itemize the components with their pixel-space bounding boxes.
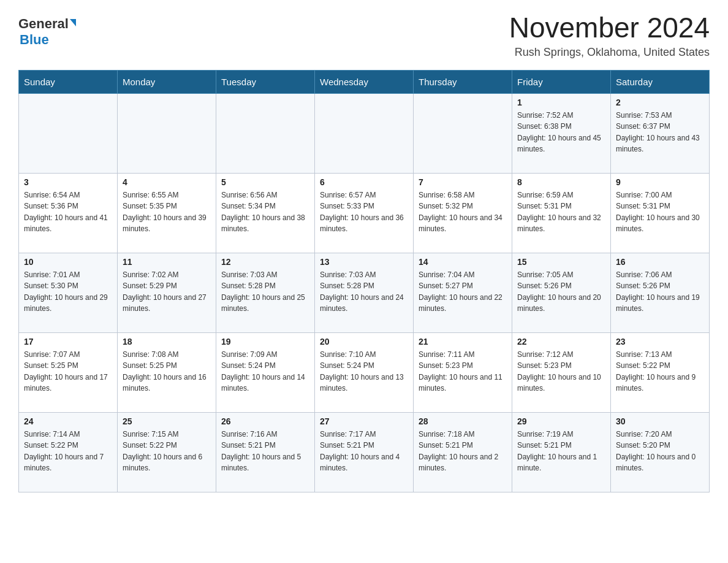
calendar-cell: 12Sunrise: 7:03 AMSunset: 5:28 PMDayligh… <box>216 253 315 332</box>
calendar-cell <box>414 93 512 173</box>
header-day-friday: Friday <box>512 70 611 93</box>
calendar-header-row: SundayMondayTuesdayWednesdayThursdayFrid… <box>19 70 710 93</box>
day-info: Sunrise: 7:14 AMSunset: 5:22 PMDaylight:… <box>24 429 112 474</box>
logo-general-text: General <box>18 16 69 32</box>
day-number: 26 <box>221 416 309 426</box>
day-info: Sunrise: 7:12 AMSunset: 5:23 PMDaylight:… <box>517 349 605 394</box>
day-number: 15 <box>517 257 605 267</box>
day-number: 20 <box>320 337 408 347</box>
day-number: 12 <box>221 257 309 267</box>
calendar-cell: 1Sunrise: 7:52 AMSunset: 6:38 PMDaylight… <box>512 93 611 173</box>
calendar-cell <box>118 93 216 173</box>
day-info: Sunrise: 7:05 AMSunset: 5:26 PMDaylight:… <box>517 269 605 315</box>
day-info: Sunrise: 7:00 AMSunset: 5:31 PMDaylight:… <box>616 190 704 235</box>
day-info: Sunrise: 6:55 AMSunset: 5:35 PMDaylight:… <box>123 190 211 235</box>
header-day-saturday: Saturday <box>611 70 710 93</box>
calendar-cell: 14Sunrise: 7:04 AMSunset: 5:27 PMDayligh… <box>414 253 512 332</box>
calendar-cell: 25Sunrise: 7:15 AMSunset: 5:22 PMDayligh… <box>118 412 216 492</box>
day-info: Sunrise: 7:06 AMSunset: 5:26 PMDaylight:… <box>616 269 704 315</box>
day-info: Sunrise: 7:15 AMSunset: 5:22 PMDaylight:… <box>123 429 211 474</box>
day-info: Sunrise: 7:02 AMSunset: 5:29 PMDaylight:… <box>123 269 211 315</box>
day-info: Sunrise: 7:52 AMSunset: 6:38 PMDaylight:… <box>517 110 605 155</box>
calendar-week-1: 1Sunrise: 7:52 AMSunset: 6:38 PMDaylight… <box>19 93 710 173</box>
calendar-cell: 17Sunrise: 7:07 AMSunset: 5:25 PMDayligh… <box>19 332 118 412</box>
day-number: 8 <box>517 177 605 187</box>
calendar-cell: 13Sunrise: 7:03 AMSunset: 5:28 PMDayligh… <box>315 253 414 332</box>
day-number: 21 <box>419 337 507 347</box>
day-info: Sunrise: 7:17 AMSunset: 5:21 PMDaylight:… <box>320 429 408 474</box>
day-info: Sunrise: 7:07 AMSunset: 5:25 PMDaylight:… <box>24 349 112 394</box>
calendar-cell: 20Sunrise: 7:10 AMSunset: 5:24 PMDayligh… <box>315 332 414 412</box>
calendar-cell <box>315 93 414 173</box>
day-info: Sunrise: 6:59 AMSunset: 5:31 PMDaylight:… <box>517 190 605 235</box>
calendar-week-3: 10Sunrise: 7:01 AMSunset: 5:30 PMDayligh… <box>19 253 710 332</box>
header-day-sunday: Sunday <box>19 70 118 93</box>
day-number: 2 <box>616 98 704 107</box>
day-info: Sunrise: 7:11 AMSunset: 5:23 PMDaylight:… <box>419 349 507 394</box>
header-day-monday: Monday <box>118 70 216 93</box>
location-subtitle: Rush Springs, Oklahoma, United States <box>509 46 710 59</box>
calendar-cell: 23Sunrise: 7:13 AMSunset: 5:22 PMDayligh… <box>611 332 710 412</box>
calendar-cell: 7Sunrise: 6:58 AMSunset: 5:32 PMDaylight… <box>414 173 512 253</box>
day-number: 17 <box>24 337 112 347</box>
calendar-cell: 21Sunrise: 7:11 AMSunset: 5:23 PMDayligh… <box>414 332 512 412</box>
calendar-cell <box>216 93 315 173</box>
header-day-wednesday: Wednesday <box>315 70 414 93</box>
calendar-cell: 6Sunrise: 6:57 AMSunset: 5:33 PMDaylight… <box>315 173 414 253</box>
day-number: 13 <box>320 257 408 267</box>
day-number: 28 <box>419 416 507 426</box>
calendar-table: SundayMondayTuesdayWednesdayThursdayFrid… <box>18 70 710 492</box>
title-area: November 2024 Rush Springs, Oklahoma, Un… <box>509 12 710 59</box>
month-title: November 2024 <box>509 12 710 44</box>
day-number: 18 <box>123 337 211 347</box>
calendar-cell: 3Sunrise: 6:54 AMSunset: 5:36 PMDaylight… <box>19 173 118 253</box>
calendar-cell: 15Sunrise: 7:05 AMSunset: 5:26 PMDayligh… <box>512 253 611 332</box>
day-info: Sunrise: 7:16 AMSunset: 5:21 PMDaylight:… <box>221 429 309 474</box>
day-info: Sunrise: 7:18 AMSunset: 5:21 PMDaylight:… <box>419 429 507 474</box>
calendar-cell: 29Sunrise: 7:19 AMSunset: 5:21 PMDayligh… <box>512 412 611 492</box>
day-info: Sunrise: 6:58 AMSunset: 5:32 PMDaylight:… <box>419 190 507 235</box>
calendar-cell <box>19 93 118 173</box>
day-number: 30 <box>616 416 704 426</box>
day-info: Sunrise: 7:01 AMSunset: 5:30 PMDaylight:… <box>24 269 112 315</box>
day-number: 24 <box>24 416 112 426</box>
calendar-cell: 8Sunrise: 6:59 AMSunset: 5:31 PMDaylight… <box>512 173 611 253</box>
day-info: Sunrise: 7:20 AMSunset: 5:20 PMDaylight:… <box>616 429 704 474</box>
calendar-cell: 16Sunrise: 7:06 AMSunset: 5:26 PMDayligh… <box>611 253 710 332</box>
day-number: 5 <box>221 177 309 187</box>
day-number: 25 <box>123 416 211 426</box>
calendar-cell: 30Sunrise: 7:20 AMSunset: 5:20 PMDayligh… <box>611 412 710 492</box>
page-header: General Blue November 2024 Rush Springs,… <box>18 12 710 59</box>
day-number: 11 <box>123 257 211 267</box>
calendar-cell: 5Sunrise: 6:56 AMSunset: 5:34 PMDaylight… <box>216 173 315 253</box>
calendar-cell: 28Sunrise: 7:18 AMSunset: 5:21 PMDayligh… <box>414 412 512 492</box>
day-info: Sunrise: 6:54 AMSunset: 5:36 PMDaylight:… <box>24 190 112 235</box>
day-info: Sunrise: 7:19 AMSunset: 5:21 PMDaylight:… <box>517 429 605 474</box>
logo-blue-text: Blue <box>20 32 49 47</box>
calendar-cell: 11Sunrise: 7:02 AMSunset: 5:29 PMDayligh… <box>118 253 216 332</box>
day-number: 4 <box>123 177 211 187</box>
calendar-week-4: 17Sunrise: 7:07 AMSunset: 5:25 PMDayligh… <box>19 332 710 412</box>
day-number: 16 <box>616 257 704 267</box>
calendar-cell: 10Sunrise: 7:01 AMSunset: 5:30 PMDayligh… <box>19 253 118 332</box>
calendar-cell: 18Sunrise: 7:08 AMSunset: 5:25 PMDayligh… <box>118 332 216 412</box>
calendar-week-5: 24Sunrise: 7:14 AMSunset: 5:22 PMDayligh… <box>19 412 710 492</box>
calendar-week-2: 3Sunrise: 6:54 AMSunset: 5:36 PMDaylight… <box>19 173 710 253</box>
calendar-cell: 19Sunrise: 7:09 AMSunset: 5:24 PMDayligh… <box>216 332 315 412</box>
calendar-cell: 2Sunrise: 7:53 AMSunset: 6:37 PMDaylight… <box>611 93 710 173</box>
day-info: Sunrise: 6:56 AMSunset: 5:34 PMDaylight:… <box>221 190 309 235</box>
day-number: 6 <box>320 177 408 187</box>
day-number: 7 <box>419 177 507 187</box>
day-number: 3 <box>24 177 112 187</box>
day-number: 9 <box>616 177 704 187</box>
day-info: Sunrise: 7:08 AMSunset: 5:25 PMDaylight:… <box>123 349 211 394</box>
day-info: Sunrise: 7:53 AMSunset: 6:37 PMDaylight:… <box>616 110 704 155</box>
day-number: 29 <box>517 416 605 426</box>
day-number: 14 <box>419 257 507 267</box>
calendar-cell: 24Sunrise: 7:14 AMSunset: 5:22 PMDayligh… <box>19 412 118 492</box>
day-number: 27 <box>320 416 408 426</box>
day-number: 19 <box>221 337 309 347</box>
day-info: Sunrise: 7:10 AMSunset: 5:24 PMDaylight:… <box>320 349 408 394</box>
day-info: Sunrise: 7:04 AMSunset: 5:27 PMDaylight:… <box>419 269 507 315</box>
day-info: Sunrise: 6:57 AMSunset: 5:33 PMDaylight:… <box>320 190 408 235</box>
